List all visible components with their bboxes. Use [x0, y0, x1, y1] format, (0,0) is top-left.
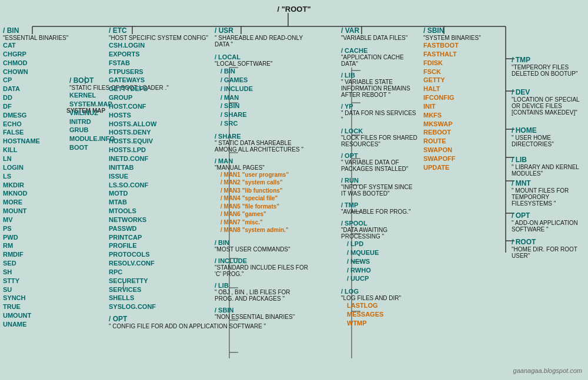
home-column: / HOME " USER HOME DIRECTORIES": [512, 126, 582, 147]
var-lock: / LOCK "LOCK FILES FOR SHARED RESOURCES": [341, 127, 417, 147]
run-title: / RUN: [341, 177, 359, 184]
cache-desc: "APPLICATION CACHE DATA": [341, 54, 417, 67]
root-label: / "ROOT": [277, 5, 310, 14]
var-column: / VAR "VARIABLE DATA FILES" / CACHE "APP…: [341, 26, 417, 328]
lock-desc: "LOCK FILES FOR SHARED RESOURCES": [341, 134, 417, 147]
bin-desc: "ESSENTIAL BINARIES": [3, 35, 68, 41]
root-right-column: / ROOT "HOME DIR. FOR ROOT USER": [512, 238, 582, 259]
log-desc: "LOG FILES AND DIR": [341, 295, 417, 301]
lock-title: / LOCK: [341, 127, 363, 134]
local-items: / BIN / GAMES / INCLUDE / MAN / SBIN / S…: [220, 67, 309, 128]
root-right-title: / ROOT: [512, 238, 582, 246]
share-title: / SHARE: [215, 133, 241, 140]
var-opt: / OPT " VARIABLE DATA OF PACKAGES INSTAL…: [341, 152, 417, 172]
usr-bin: / BIN "MOST USER COMMANDS": [215, 239, 309, 253]
usr-man: / MAN "MANUAL PAGES" / MAN1 "user progra…: [215, 157, 309, 234]
tmp-column: / TMP "TEMPERORY FILES DELETED ON BOOTUP…: [512, 56, 582, 77]
yp-desc: " DATA FOR NIS SERVICES ": [341, 110, 417, 123]
var-run: / RUN "INFO OF SYSTEM SINCE IT WAS BOOTE…: [341, 177, 417, 197]
var-lib: / LIB " VARIABLE STATE INFORMATION REMAI…: [341, 72, 417, 98]
opt-right-column: / OPT " ADD-ON APPLICATION SOFTWARE ": [512, 211, 582, 233]
dev-column: / DEV "LOCATION OF SPECIAL OR DEVICE FIL…: [512, 88, 582, 116]
etc-opt-desc: " CONFIG FILE FOR ADD ON APPLICATION SOF…: [109, 323, 266, 329]
var-tmp-title: / TMP: [341, 201, 358, 209]
usr-lib-desc: " OBJ , BIN , LIB FILES FOR PROG. AND PA…: [215, 289, 309, 302]
usr-title: / USR: [215, 26, 309, 35]
spool-items: / LPD / MQUEUE / NEWS / RWHO / UUCP: [347, 240, 417, 283]
sbin-title: / SBIN: [423, 26, 481, 35]
var-log: / LOG "LOG FILES AND DIR" LASTLOG MESSAG…: [341, 288, 417, 328]
usr-sbin-title: / SBIN: [215, 307, 233, 314]
log-items: LASTLOG MESSAGES WTMP: [347, 301, 417, 328]
usr-sbin-desc: "NON ESSENTIAL BINARIES": [215, 314, 309, 320]
yp-title: / YP: [341, 103, 353, 110]
home-title: / HOME: [512, 126, 582, 134]
sbin-column: / SBIN "SYSTEM BINARIES" FASTBOOT FASTHA…: [423, 26, 481, 172]
cache-title: / CACHE: [341, 47, 368, 54]
man-items: / MAN1 "user programs" / MAN2 "system ca…: [220, 171, 309, 234]
lib-right-desc: " LIBRARY AND KERNEL MODULES": [512, 164, 582, 177]
var-cache: / CACHE "APPLICATION CACHE DATA": [341, 47, 417, 67]
var-spool: / SPOOL "DATA AWAITING PROCESSING " / LP…: [341, 220, 417, 283]
watermark: gaanagaa.blogspot.com: [513, 367, 582, 374]
var-tmp: / TMP "AVAILABLE FOR PROG.": [341, 201, 417, 215]
tmp-desc: "TEMPERORY FILES DELETED ON BOOTUP": [512, 64, 582, 77]
lib-right-column: / LIB " LIBRARY AND KERNEL MODULES": [512, 156, 582, 177]
bin-items: CAT CHGRP CHMOD CHOWN CP DATA DD DF DMES…: [3, 41, 68, 329]
page-container: / "ROOT" SYSTEM MAP: [0, 0, 588, 380]
mnt-desc: " MOUNT FILES FOR TEMPORORY FILESYSTEMS …: [512, 187, 582, 207]
spool-title: / SPOOL: [341, 220, 368, 227]
share-desc: " STATIC DATA SHAREABLE AMONG ALL ARCHIT…: [215, 140, 309, 153]
usr-bin-desc: "MOST USER COMMANDS": [215, 246, 309, 253]
var-lib-desc: " VARIABLE STATE INFORMATION REMAINS AFT…: [341, 79, 417, 98]
opt-right-title: / OPT: [512, 211, 582, 220]
usr-lib: / LIB " OBJ , BIN , LIB FILES FOR PROG. …: [215, 282, 309, 302]
dev-desc: "LOCATION OF SPECIAL OR DEVICE FILES [CO…: [512, 96, 582, 116]
opt-right-desc: " ADD-ON APPLICATION SOFTWARE ": [512, 220, 582, 233]
var-lib-title: / LIB: [341, 72, 355, 79]
root-right-desc: "HOME DIR. FOR ROOT USER": [512, 246, 582, 259]
log-title: / LOG: [341, 288, 359, 295]
include-desc: "STANDARD INCLUDE FILES FOR 'C' PROG.": [215, 264, 309, 277]
usr-bin-title: / BIN: [215, 239, 229, 246]
usr-lib-title: / LIB: [215, 282, 229, 289]
var-title: / VAR: [341, 26, 417, 35]
sbin-desc: "SYSTEM BINARIES": [423, 35, 481, 41]
usr-local: / LOCAL "LOCAL SOFTWARE" / BIN / GAMES /…: [215, 53, 309, 128]
usr-desc: " SHAREABLE AND READ-ONLY DATA ": [215, 35, 309, 48]
var-desc: "VARIABLE DATA FILES": [341, 35, 417, 41]
usr-share: / SHARE " STATIC DATA SHAREABLE AMONG AL…: [215, 133, 309, 153]
include-title: / INCLUDE: [215, 257, 247, 264]
usr-include: / INCLUDE "STANDARD INCLUDE FILES FOR 'C…: [215, 257, 309, 277]
mnt-column: / MNT " MOUNT FILES FOR TEMPORORY FILESY…: [512, 179, 582, 207]
local-desc: "LOCAL SOFTWARE": [215, 60, 309, 67]
bin-title: / BIN: [3, 26, 68, 35]
sbin-items: FASTBOOT FASTHALT FDISK FSCK GETTY HALT …: [423, 41, 481, 172]
spool-desc: "DATA AWAITING PROCESSING ": [341, 227, 417, 240]
bin-column: / BIN "ESSENTIAL BINARIES" CAT CHGRP CHM…: [3, 26, 68, 329]
tmp-title: / TMP: [512, 56, 582, 64]
run-desc: "INFO OF SYSTEM SINCE IT WAS BOOTED": [341, 184, 417, 197]
home-desc: " USER HOME DIRECTORIES": [512, 134, 582, 147]
local-title: / LOCAL: [215, 53, 240, 60]
man-desc: "MANUAL PAGES": [215, 164, 309, 171]
usr-column: / USR " SHAREABLE AND READ-ONLY DATA " /…: [215, 26, 309, 320]
man-title: / MAN: [215, 157, 233, 164]
usr-sbin: / SBIN "NON ESSENTIAL BINARIES": [215, 307, 309, 320]
var-opt-title: / OPT: [341, 152, 358, 159]
var-yp: / YP " DATA FOR NIS SERVICES ": [341, 103, 417, 123]
lib-right-title: / LIB: [512, 156, 582, 164]
mnt-title: / MNT: [512, 179, 582, 187]
dev-title: / DEV: [512, 88, 582, 96]
var-opt-desc: " VARIABLE DATA OF PACKAGES INSTALLED": [341, 159, 417, 172]
var-tmp-desc: "AVAILABLE FOR PROG.": [341, 209, 417, 215]
